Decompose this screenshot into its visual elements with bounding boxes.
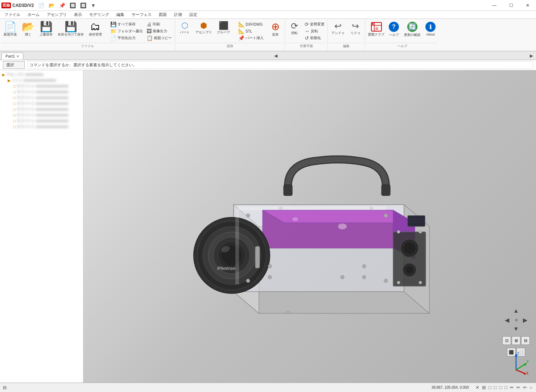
menu-file[interactable]: ファイル [1,11,24,19]
nav-up-arrow[interactable]: ▲ [512,306,520,315]
dxf-dwg-button[interactable]: 📐 DXF/DWG [237,21,265,28]
tree-item-7[interactable]: □ サブパート xxxxxxxxxxxxxxxxxx [1,112,82,118]
menu-modeling[interactable]: モデリング [86,11,113,19]
menu-assembly[interactable]: アセンブリ [43,11,70,19]
update-check-button[interactable]: 🔄 更新の確認 [402,21,422,38]
about-button[interactable]: ℹ About [423,21,438,37]
part-button[interactable]: ⬡ パート [177,21,193,35]
tree-icon-8: □ [13,119,16,123]
redo-button[interactable]: ↪ リドゥ [347,21,363,36]
svg-point-38 [419,281,422,284]
svg-point-20 [384,214,388,217]
tree-item-1[interactable]: ▶ パート xxxxxxxxxxxxxxxxxx [1,78,82,83]
command-selector[interactable]: 選択 [3,61,25,69]
tree-label-0: アセンブリ xxxxxxxxxx [6,72,44,77]
tab-part1-close[interactable]: ✕ [16,54,19,58]
part-insert-button[interactable]: 📌 パート挿入 [237,35,265,41]
open-button[interactable]: 📂 開く [20,21,37,37]
reverse-icon: ↔ [305,28,310,34]
add-main-button[interactable]: ⊕ 追加 [267,21,283,37]
menu-edit[interactable]: 編集 [113,11,128,19]
save-as-button[interactable]: 💾 名前を付けて保存 [55,21,86,37]
tab-part1[interactable]: Part1 ✕ [1,53,23,60]
open-doc-icon[interactable]: 📂 [47,2,56,9]
tree-item-8[interactable]: □ サブパート xxxxxxxxxxxxxxxxxx [1,118,82,124]
rotate-button[interactable]: ⟳ 回転 [286,21,302,36]
folder-export-button[interactable]: 📁 フォルダへ書出 [109,28,144,34]
tb-icon1[interactable]: 🔲 [68,2,77,9]
status-rect3-icon[interactable]: □ [498,384,503,391]
folder-export-label: フォルダへ書出 [117,29,143,34]
nav-down-arrow[interactable]: ▼ [512,325,520,333]
drawing-club-button[interactable]: 図 図製クラブ [367,21,386,37]
undo-button[interactable]: ↩ アンドゥ [329,21,347,36]
menu-home[interactable]: ホーム [24,11,43,19]
pose-change-button[interactable]: ⟳ 姿勢変更 [303,21,326,28]
tb-dropdown-icon[interactable]: ▼ [89,2,97,9]
tree-item-9[interactable]: □ サブパート xxxxxxxxxxxxxxxxxx [1,124,82,130]
nav-view-btn3[interactable]: ⊟ [521,336,530,345]
flatten-button[interactable]: 📄 平坦化出力 [109,35,144,41]
tree-item-5[interactable]: □ サブパート xxxxxxxxxxxxxxxxxx [1,101,82,107]
image-out-button[interactable]: 🖼 画像出力 [145,28,173,34]
tree-item-0[interactable]: ▶ アセンブリ xxxxxxxxxx [1,72,82,78]
maximize-button[interactable]: ☐ [503,0,519,11]
assembly-label: アセンブリ [195,30,212,34]
svg-rect-32 [408,216,425,226]
status-rect2-icon[interactable]: □ [493,384,498,391]
init-button[interactable]: ↺ 初期化 [303,35,326,41]
save-overwrite-button[interactable]: 💾 上書保存 [37,21,55,37]
sidebar: ▶ アセンブリ xxxxxxxxxx ▶ パート xxxxxxxxxxxxxxx… [0,70,83,383]
nav-view-btn1[interactable]: ⊡ [502,336,511,345]
menu-surface[interactable]: サーフェス [128,11,155,19]
pin-icon[interactable]: 📌 [58,2,67,9]
menu-drawing[interactable]: 図面 [155,11,170,19]
save-all-button[interactable]: 💾 すべて保存 [109,21,144,28]
status-rect4-icon[interactable]: □ [504,384,508,391]
group-button[interactable]: ⬛ グループ [215,21,232,35]
menu-measure[interactable]: 計測 [170,11,186,19]
tab-scroll-left[interactable]: ◀ [273,53,279,59]
new-button[interactable]: 📄 新規作成 [1,21,19,37]
nav-right-arrow[interactable]: ▶ [521,316,529,324]
tree-icon-5: □ [13,101,16,106]
menu-view[interactable]: 表示 [70,11,86,19]
nav-view-btn2[interactable]: ⊞ [512,336,520,345]
print-button[interactable]: 🖨 印刷 [145,21,173,28]
dxf-icon: 📐 [238,21,244,27]
tb-icon2[interactable]: 🔲 [79,2,88,9]
ribbon-section-edit: ↩ アンドゥ ↪ リドゥ 編集 [328,20,365,50]
status-cross-icon[interactable]: ✕ [475,384,480,391]
nav-center[interactable]: ⊕ [512,316,520,324]
help-button[interactable]: ? ヘルプ [387,21,401,38]
status-left-icon[interactable]: ⊟ [3,385,7,390]
stl-button[interactable]: 📐 STL [237,28,265,34]
minimize-button[interactable]: — [486,0,503,11]
status-circle-icon[interactable]: ○ [529,384,533,391]
status-grid-icon[interactable]: ⊞ [481,384,487,391]
viewport[interactable]: Photron [83,70,536,383]
ribbon-workplane-label: 作業平面 [286,43,326,49]
status-rect1-icon[interactable]: □ [488,384,492,391]
reverse-button[interactable]: ↔ 反転 [303,28,326,34]
status-pen3-icon[interactable]: ✏ [522,384,528,391]
svg-point-5 [338,224,347,229]
tree-item-6[interactable]: □ サブパート xxxxxxxxxxxxxxxxxx [1,107,82,112]
menu-settings[interactable]: 設定 [186,11,201,19]
tree-item-3[interactable]: □ サブパート xxxxxxxxxxxxxxxxxx [1,89,82,95]
status-pen2-icon[interactable]: ✏ [516,384,521,391]
assembly-button[interactable]: ⬢ アセンブリ [193,21,214,35]
status-pen1-icon[interactable]: ✏ [509,384,515,391]
screen-copy-button[interactable]: 📋 画面コピー [145,35,173,41]
tab-scroll-right[interactable]: ▶ [528,53,535,59]
drawing-club-icon: 図 [371,22,382,32]
close-button[interactable]: ✕ [519,0,536,11]
ribbon-section-help: 図 図製クラブ ? ヘルプ 🔄 更新の確認 ℹ About ヘルプ [365,20,439,50]
new-doc-icon[interactable]: 📄 [37,2,46,9]
nav-empty-bl [503,325,511,333]
tree-item-2[interactable]: □ サブパート xxxxxxxxxxxxxxxxxx [1,83,82,89]
nav-left-arrow[interactable]: ◀ [503,316,511,324]
image-out-icon: 🖼 [147,28,152,34]
tree-item-4[interactable]: □ サブパート xxxxxxxxxxxxxxxxxx [1,95,82,101]
save-manage-button[interactable]: 🗂 保存管理 [87,21,104,37]
